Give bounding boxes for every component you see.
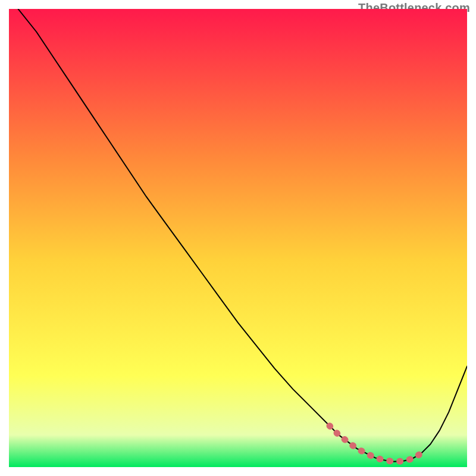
- gradient-background: [9, 9, 467, 467]
- bottleneck-chart: [9, 9, 467, 467]
